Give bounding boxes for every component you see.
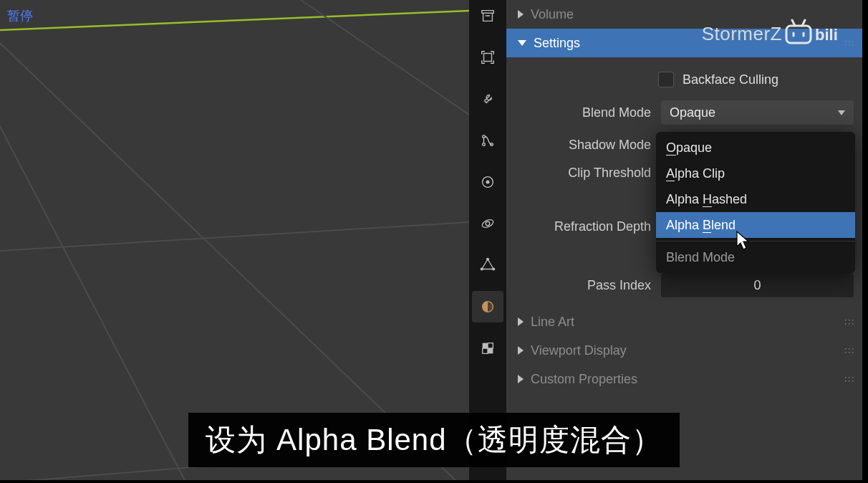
svg-line-0 xyxy=(0,11,469,30)
svg-text:bili: bili xyxy=(815,26,838,44)
physics-tab[interactable] xyxy=(472,208,503,239)
watermark-author: StormerZ xyxy=(702,23,782,45)
video-pillar-right xyxy=(862,0,868,483)
graph-icon xyxy=(480,133,496,148)
modifier-tab[interactable] xyxy=(472,249,503,281)
svg-point-18 xyxy=(487,258,489,260)
blend-mode-popup: Opaque Alpha Clip Alpha Hashed Alpha Ble… xyxy=(656,132,855,273)
drag-handle-icon[interactable] xyxy=(844,376,854,383)
panel-header-label: Custom Properties xyxy=(531,372,637,387)
panel-header-label: Viewport Display xyxy=(531,343,627,358)
chevron-down-icon xyxy=(838,110,845,115)
orbit-icon xyxy=(480,216,496,231)
pass-index-field[interactable]: 0 xyxy=(661,273,854,297)
svg-point-19 xyxy=(493,268,495,270)
svg-line-3 xyxy=(0,222,469,251)
app-root: 暂停 Volume Settings Backface Culling xyxy=(0,0,868,483)
svg-rect-26 xyxy=(786,26,811,43)
drag-handle-icon[interactable] xyxy=(844,347,854,354)
world-tab[interactable] xyxy=(472,166,503,198)
panel-header-custom-props[interactable]: Custom Properties xyxy=(506,365,862,393)
pass-index-value: 0 xyxy=(753,278,761,293)
svg-rect-22 xyxy=(483,343,488,348)
blend-mode-label: Blend Mode xyxy=(515,105,651,120)
output-tab[interactable] xyxy=(472,42,503,73)
panel-header-label: Settings xyxy=(534,36,580,51)
shadow-mode-label: Shadow Mode xyxy=(515,138,651,153)
svg-rect-23 xyxy=(488,348,493,353)
svg-point-16 xyxy=(486,221,490,226)
subtitle-text: 设为 Alpha Blend（透明度混合） xyxy=(188,413,679,467)
chevron-right-icon xyxy=(518,317,524,326)
pass-index-row: Pass Index 0 xyxy=(515,273,854,297)
blend-mode-option-alpha-clip[interactable]: Alpha Clip xyxy=(656,161,855,186)
scene-tab[interactable] xyxy=(472,125,503,156)
panel-header-label: Volume xyxy=(531,7,574,22)
drag-handle-icon[interactable] xyxy=(844,318,854,325)
chevron-right-icon xyxy=(518,10,524,19)
texture-tab[interactable] xyxy=(472,333,503,364)
backface-culling-label: Backface Culling xyxy=(683,72,778,87)
blend-mode-popup-footer: Blend Mode xyxy=(656,244,855,270)
svg-line-4 xyxy=(301,0,469,115)
circle-dot-icon xyxy=(480,174,496,190)
mesh-icon xyxy=(480,257,496,273)
chevron-right-icon xyxy=(518,346,524,355)
archive-icon xyxy=(480,8,496,24)
svg-rect-24 xyxy=(488,343,493,348)
watermark-logo-icon: bili xyxy=(783,19,849,47)
separator xyxy=(656,241,855,242)
material-icon xyxy=(480,299,496,315)
mouse-cursor-icon xyxy=(736,231,752,251)
blend-mode-row: Blend Mode Opaque xyxy=(515,100,854,125)
pass-index-label: Pass Index xyxy=(515,278,651,293)
video-pillar-bottom xyxy=(0,480,868,483)
tool-tab[interactable] xyxy=(472,83,503,115)
wrench-icon xyxy=(480,91,496,107)
panel-header-lineart[interactable]: Line Art xyxy=(506,307,862,336)
svg-rect-25 xyxy=(483,348,488,353)
property-tabs xyxy=(469,0,506,483)
panel-header-label: Line Art xyxy=(531,315,574,330)
svg-rect-9 xyxy=(484,54,492,62)
svg-point-20 xyxy=(481,268,483,270)
viewport-3d[interactable]: 暂停 xyxy=(0,0,469,483)
checker-icon xyxy=(480,340,496,356)
subtitle-container: 设为 Alpha Blend（透明度混合） xyxy=(0,413,868,467)
pause-indicator: 暂停 xyxy=(7,7,33,24)
refraction-depth-label: Refraction Depth xyxy=(515,219,651,234)
render-tab[interactable] xyxy=(472,0,503,32)
blend-mode-option-alpha-blend[interactable]: Alpha Blend xyxy=(656,212,855,238)
clip-threshold-label: Clip Threshold xyxy=(515,166,651,181)
selection-icon xyxy=(480,49,496,65)
viewport-grid xyxy=(0,0,469,483)
backface-culling-checkbox[interactable] xyxy=(658,72,674,87)
backface-culling-row: Backface Culling xyxy=(515,72,854,87)
panel-header-viewport-display[interactable]: Viewport Display xyxy=(506,336,862,365)
material-tab[interactable] xyxy=(472,291,503,322)
blend-mode-value: Opaque xyxy=(670,105,715,120)
svg-point-15 xyxy=(481,218,495,229)
chevron-right-icon xyxy=(518,375,524,383)
chevron-down-icon xyxy=(518,40,526,46)
svg-rect-7 xyxy=(483,13,493,21)
blend-mode-option-opaque[interactable]: Opaque xyxy=(656,135,855,161)
blend-mode-dropdown[interactable]: Opaque xyxy=(661,100,854,125)
svg-point-14 xyxy=(486,181,489,183)
blend-mode-option-alpha-hashed[interactable]: Alpha Hashed xyxy=(656,186,855,212)
